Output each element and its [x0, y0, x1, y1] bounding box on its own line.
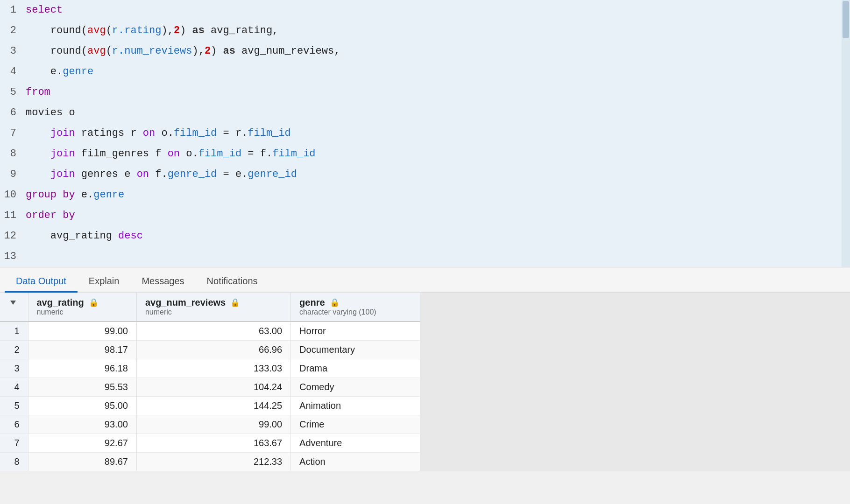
line-content: group by e.genre [26, 185, 850, 205]
token-plain: o. [180, 148, 198, 160]
line-content: select [26, 0, 850, 21]
token-col-blue: film_id [248, 127, 290, 139]
code-line: 10group by e.genre [0, 185, 850, 205]
token-plain: ), [161, 25, 173, 36]
token-plain: movies o [26, 107, 75, 119]
token-num: 2 [174, 25, 180, 36]
token-kw-purple: on [168, 148, 180, 160]
line-content: avg_rating desc [26, 226, 850, 246]
line-content: join genres e on f.genre_id = e.genre_id [26, 164, 850, 185]
token-kw-purple: join [50, 148, 75, 160]
token-col-blue: genre [93, 189, 124, 201]
col-header-avg_rating[interactable]: avg_rating🔒numeric [28, 293, 136, 322]
token-plain: e. [26, 66, 63, 77]
token-plain: ( [106, 45, 112, 57]
token-kw-purple: desc [118, 230, 143, 242]
cell-genre: Horror [291, 322, 420, 341]
tab-data-output[interactable]: Data Output [5, 271, 78, 293]
line-content: round(avg(r.rating),2) as avg_rating, [26, 21, 850, 41]
line-number: 11 [0, 205, 26, 226]
token-col-blue: film_id [174, 127, 217, 139]
cell-avg-rating: 95.00 [28, 397, 136, 415]
token-plain [26, 148, 50, 160]
token-plain: avg_num_reviews, [235, 45, 340, 57]
data-table: avg_rating🔒numericavg_num_reviews🔒numeri… [0, 293, 420, 471]
cell-genre: Drama [291, 359, 420, 378]
code-line: 3 round(avg(r.num_reviews),2) as avg_num… [0, 41, 850, 62]
sort-col-header[interactable] [0, 293, 28, 322]
token-plain [57, 210, 63, 221]
row-number: 6 [0, 415, 28, 434]
table-row: 495.53104.24Comedy [0, 378, 420, 397]
row-number: 3 [0, 359, 28, 378]
token-plain: = e. [217, 168, 248, 180]
token-num: 2 [205, 45, 211, 57]
scrollbar-thumb[interactable] [843, 1, 849, 38]
token-kw-blue: group [26, 189, 57, 201]
token-plain: round( [26, 45, 87, 57]
token-col-blue: genre_id [168, 168, 217, 180]
token-col-blue: genre_id [248, 168, 297, 180]
cell-genre: Action [291, 453, 420, 471]
line-number: 13 [0, 246, 26, 267]
right-gray-area [420, 293, 850, 471]
token-kw-func: avg [87, 45, 106, 57]
token-kw-func: avg [87, 25, 106, 36]
line-number: 8 [0, 144, 26, 164]
token-col-blue: r.num_reviews [112, 45, 192, 57]
cell-genre: Documentary [291, 341, 420, 359]
code-line: 4 e.genre [0, 62, 850, 82]
code-line: 1select [0, 0, 850, 21]
line-content: round(avg(r.num_reviews),2) as avg_num_r… [26, 41, 850, 62]
col-header-row: avg_rating🔒 [37, 297, 128, 308]
line-content: movies o [26, 103, 850, 123]
table-row: 693.0099.00Crime [0, 415, 420, 434]
line-number: 7 [0, 123, 26, 144]
table-row: 595.00144.25Animation [0, 397, 420, 415]
col-type: character varying (100) [299, 308, 411, 316]
code-line: 13 [0, 246, 850, 267]
token-plain: e. [75, 189, 94, 201]
cell-avg-num-reviews: 163.67 [136, 434, 290, 453]
line-number: 10 [0, 185, 26, 205]
col-header-avg_num_reviews[interactable]: avg_num_reviews🔒numeric [136, 293, 290, 322]
tab-messages[interactable]: Messages [130, 271, 195, 293]
lock-icon: 🔒 [230, 298, 240, 308]
line-number: 1 [0, 0, 26, 21]
line-content: join film_genres f on o.film_id = f.film… [26, 144, 850, 164]
token-kw-blue: select [26, 4, 63, 16]
row-number: 2 [0, 341, 28, 359]
token-plain: ), [192, 45, 204, 57]
token-plain: film_genres f [75, 148, 168, 160]
sort-icon [10, 301, 16, 305]
cell-genre: Crime [291, 415, 420, 434]
code-line: 6movies o [0, 103, 850, 123]
col-type: numeric [145, 308, 282, 316]
line-number: 5 [0, 82, 26, 103]
tabs-bar: Data OutputExplainMessagesNotifications [0, 267, 850, 293]
token-kw-blue: by [63, 189, 75, 201]
tab-explain[interactable]: Explain [78, 271, 131, 293]
token-plain: genres e [75, 168, 137, 180]
token-plain: = f. [241, 148, 272, 160]
token-plain: o. [155, 127, 174, 139]
token-col-blue: genre [63, 66, 93, 77]
token-kw-purple: on [143, 127, 155, 139]
token-plain: = r. [217, 127, 248, 139]
code-line: 7 join ratings r on o.film_id = r.film_i… [0, 123, 850, 144]
scrollbar[interactable] [842, 0, 850, 267]
cell-avg-num-reviews: 99.00 [136, 415, 290, 434]
cell-genre: Animation [291, 397, 420, 415]
line-content: join ratings r on o.film_id = r.film_id [26, 123, 850, 144]
token-kw-blue: from [26, 86, 50, 98]
code-line: 5from [0, 82, 850, 103]
token-kw-blue: by [63, 210, 75, 221]
col-header-genre[interactable]: genre🔒character varying (100) [291, 293, 420, 322]
cell-avg-rating: 99.00 [28, 322, 136, 341]
table-row: 199.0063.00Horror [0, 322, 420, 341]
code-editor[interactable]: 1select2 round(avg(r.rating),2) as avg_r… [0, 0, 850, 267]
line-content: from [26, 82, 850, 103]
row-number: 5 [0, 397, 28, 415]
tab-notifications[interactable]: Notifications [196, 271, 269, 293]
cell-avg-rating: 92.67 [28, 434, 136, 453]
